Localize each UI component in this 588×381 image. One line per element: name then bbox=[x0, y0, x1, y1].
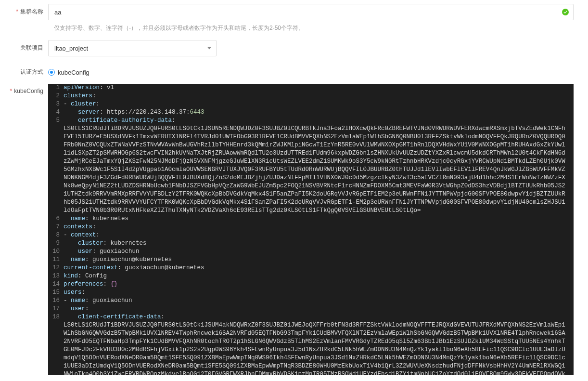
auth-radio-label: kubeConfig bbox=[58, 69, 89, 76]
cluster-name-input[interactable] bbox=[48, 4, 574, 20]
row-cluster-name: 集群名称 仅支持字母、数字、连字符（-），并且必须以字母或者数字作为开头和结尾，… bbox=[0, 4, 588, 32]
auth-radio-kubeconfig[interactable]: kubeConfig bbox=[48, 69, 89, 76]
chevron-down-icon bbox=[207, 47, 211, 50]
cluster-name-hint: 仅支持字母、数字、连字符（-），并且必须以字母或者数字作为开头和结尾，长度为2-… bbox=[48, 24, 574, 32]
row-auth: 认证方式 kubeConfig bbox=[0, 64, 588, 76]
project-select[interactable]: litao_project bbox=[48, 40, 217, 56]
row-kubeconfig: kubeConfig 12345 6789101112131415161718 … bbox=[0, 84, 588, 375]
check-circle-icon bbox=[562, 9, 569, 15]
cluster-form: 集群名称 仅支持字母、数字、连字符（-），并且必须以字母或者数字作为开头和结尾，… bbox=[0, 0, 588, 375]
label-project: 关联项目 bbox=[0, 40, 48, 52]
project-select-value: litao_project bbox=[54, 45, 88, 52]
label-kubeconfig: kubeConfig bbox=[0, 84, 48, 94]
label-auth: 认证方式 bbox=[0, 64, 48, 76]
row-project: 关联项目 litao_project bbox=[0, 40, 588, 56]
label-cluster-name: 集群名称 bbox=[0, 4, 48, 16]
radio-checked-icon bbox=[48, 69, 55, 76]
kubeconfig-editor[interactable]: 12345 6789101112131415161718 apiVersion:… bbox=[48, 84, 574, 375]
